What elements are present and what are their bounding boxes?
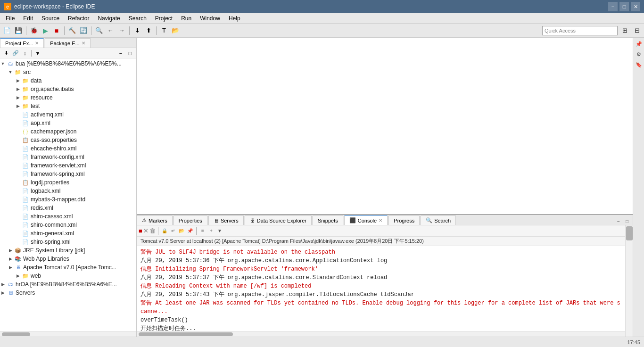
tree-item[interactable]: 📄ehcache-shiro.xml [0,144,136,153]
console-tb-sep2 [196,227,197,235]
tree-item[interactable]: ▶📁web [0,272,136,280]
toolbar-refresh-btn[interactable]: 🔄 [78,25,89,36]
toolbar-open-type-btn[interactable]: T [159,25,169,36]
tree-item[interactable]: 📄logback.xml [0,187,136,195]
console-new-btn[interactable]: + [207,227,215,235]
tree-item[interactable]: 📄mybatis-3-mapper.dtd [0,195,136,204]
panel-min-btn[interactable]: − [116,49,125,58]
tree-item[interactable]: ▶🗂hrOA [%E9%BB%84%E6%B5%A6%E... [0,280,136,289]
menu-run[interactable]: Run [177,14,195,23]
tab-progress[interactable]: Progress [388,215,420,225]
tree-label: org.apache.ibatis [31,86,74,92]
left-panel-hscroll[interactable] [0,331,136,337]
gutter-bookmark-btn[interactable]: 🔖 [635,60,643,69]
gutter-restore-btn[interactable]: 📌 [635,40,643,48]
toolbar-open-perspective-btn[interactable]: ⊟ [632,25,642,36]
menu-refactor[interactable]: Refactor [64,14,93,23]
tree-item[interactable]: ▶📁data [0,76,136,85]
menu-navigate[interactable]: Navigate [94,14,124,23]
tree-item[interactable]: ▼🗂bua [%E9%BB%84%E6%B5%A6%E5%... [0,59,136,68]
toolbar-prev-anno-btn[interactable]: ⬆ [143,25,154,36]
console-vscroll[interactable] [625,225,633,337]
project-file-tree[interactable]: ▼🗂bua [%E9%BB%84%E6%B5%A6%E5%...▼📁src▶📁d… [0,58,136,331]
close-button[interactable]: ✕ [631,2,640,11]
tab-console[interactable]: ⬛ Console ✕ [344,215,388,225]
tab-markers[interactable]: ⚠ Markers [137,215,173,225]
console-display-btn[interactable]: ≡ [199,227,206,235]
tab-servers[interactable]: 🖥 Servers [208,215,244,225]
tree-item[interactable]: { }cachemapper.json [0,127,136,136]
quick-access-box[interactable]: Quick Access [542,26,618,35]
tree-item[interactable]: 📄shiro-spring.xml [0,238,136,246]
bottom-panel-max-btn[interactable]: □ [623,217,631,225]
tree-item[interactable]: 📋cas-sso.properties [0,136,136,144]
gutter-tasks-btn[interactable]: ⚙ [635,50,643,58]
tree-item[interactable]: ▶📚Web App Libraries [0,255,136,263]
tab-datasource[interactable]: 🗄 Data Source Explorer [245,215,312,225]
menu-file[interactable]: File [2,14,18,23]
toolbar-back-btn[interactable]: ← [105,25,116,36]
toolbar-run-btn[interactable]: ▶ [40,25,50,36]
tree-item[interactable]: ▶🖥Apache Tomcat v7.0 [Apache Tomc... [0,263,136,272]
tree-item[interactable]: 📄activemq.xml [0,110,136,119]
toolbar-build-btn[interactable]: 🔨 [67,25,77,36]
tree-item[interactable]: ▶🖥Servers [0,289,136,297]
toolbar-btn-2[interactable]: 💾 [13,25,24,36]
tab-project-explorer[interactable]: Project Ex... ✕ [0,38,44,48]
panel-sync-btn[interactable]: ↕ [21,49,29,58]
tree-item[interactable]: ▼📁src [0,68,136,76]
tab-properties[interactable]: Properties [173,215,207,225]
tree-item[interactable]: 📄shiro-common.xml [0,221,136,229]
console-line: 八月 20, 2019 5:37:43 下午 org.apache.jasper… [140,290,621,299]
menu-bar: File Edit Source Refactor Navigate Searc… [0,13,644,24]
tree-item[interactable]: 📄shiro-cassso.xml [0,212,136,221]
panel-collapse-all-btn[interactable]: ⬇ [2,49,10,58]
toolbar-forward-btn[interactable]: → [116,25,127,36]
tree-item[interactable]: 📄framework-config.xml [0,153,136,161]
bottom-panel-min-btn[interactable]: − [615,217,622,225]
console-hscroll[interactable] [137,331,625,337]
menu-source[interactable]: Source [38,14,63,23]
toolbar-new-btn[interactable]: 📄 [2,25,12,36]
console-scroll-lock-btn[interactable]: 🔒 [161,227,168,235]
panel-link-btn[interactable]: 🔗 [11,49,20,58]
quick-access-label: Quick Access [545,28,576,33]
panel-menu-btn[interactable]: ▼ [33,49,42,58]
console-open-btn[interactable]: 📂 [178,227,185,235]
editor-area [137,38,633,214]
tree-item[interactable]: 📄aop.xml [0,119,136,127]
tree-item[interactable]: 📄shiro-general.xml [0,229,136,238]
tree-item[interactable]: 📄framework-servlet.xml [0,161,136,170]
tab-console-close[interactable]: ✕ [379,218,382,223]
menu-window[interactable]: Window [196,14,224,23]
menu-help[interactable]: Help [225,14,244,23]
toolbar-next-anno-btn[interactable]: ⬇ [132,25,142,36]
tree-item[interactable]: 📄redis.xml [0,204,136,212]
tree-item[interactable]: 📄framework-spring.xml [0,170,136,178]
tree-item[interactable]: 📋log4j.properties [0,178,136,187]
tab-package-explorer-close[interactable]: ✕ [82,41,85,46]
tree-item[interactable]: ▶📦JRE System Library [jdk] [0,246,136,255]
toolbar-open-resource-btn[interactable]: 📂 [170,25,181,36]
tab-search[interactable]: 🔍 Search [421,215,456,225]
tab-package-explorer[interactable]: Package E... ✕ [45,38,90,48]
console-menu-btn[interactable]: ▼ [216,227,223,235]
tree-item[interactable]: ▶📁test [0,102,136,110]
toolbar-debug-btn[interactable]: 🐞 [29,25,39,36]
tab-snippets[interactable]: Snippets [313,215,343,225]
tree-item[interactable]: ▶📁org.apache.ibatis [0,85,136,93]
minimize-button[interactable]: − [608,2,618,11]
toolbar-perspective-btn[interactable]: ⊞ [619,25,630,36]
console-word-wrap-btn[interactable]: ↵ [169,227,177,235]
menu-project[interactable]: Project [151,14,176,23]
menu-edit[interactable]: Edit [19,14,37,23]
toolbar-search-btn[interactable]: 🔍 [94,25,104,36]
menu-search[interactable]: Search [125,14,150,23]
tree-item[interactable]: ▶📁resource [0,93,136,102]
console-pin-btn[interactable]: 📌 [186,227,194,235]
panel-max-btn[interactable]: □ [126,49,134,58]
tab-project-explorer-close[interactable]: ✕ [35,41,39,46]
console-line: 八月 20, 2019 5:37:37 下午 org.apache.catali… [140,273,621,282]
maximize-button[interactable]: □ [619,2,629,11]
toolbar-stop-btn[interactable]: ■ [51,25,62,36]
